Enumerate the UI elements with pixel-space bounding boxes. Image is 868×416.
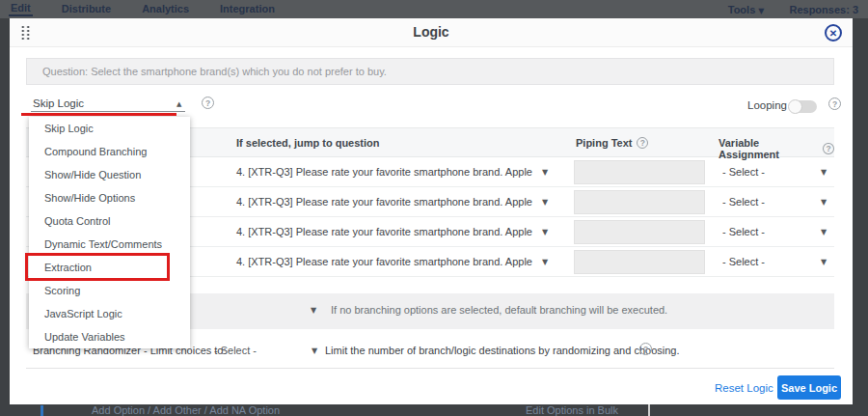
piping-text-input[interactable]: [574, 190, 705, 214]
responses-count[interactable]: Responses: 3: [789, 4, 858, 15]
piping-text-input[interactable]: [574, 250, 705, 274]
piping-text-input[interactable]: [574, 160, 705, 184]
chevron-up-icon: ▲: [176, 100, 181, 108]
toggle-knob: [788, 99, 802, 114]
top-menubar: Edit Distribute Analytics Integration To…: [0, 0, 868, 18]
menu-item-update-variables[interactable]: Update Variables: [29, 325, 190, 348]
column-header-jump: If selected, jump to question: [236, 137, 380, 149]
question-banner: Question: Select the smartphone brand(s)…: [26, 58, 834, 85]
app-root: Edit Distribute Analytics Integration To…: [0, 0, 868, 416]
section-divider: [26, 368, 834, 369]
jump-to-question-dropdown[interactable]: 4. [XTR-Q3] Please rate your favorite sm…: [236, 256, 532, 267]
chevron-down-icon: ▼: [542, 228, 548, 236]
looping-toggle[interactable]: [789, 100, 817, 113]
variable-assignment-select[interactable]: - Select -: [722, 166, 765, 178]
menu-item-show-hide-question[interactable]: Show/Hide Question: [29, 163, 190, 186]
variable-help-icon[interactable]: ?: [823, 143, 834, 154]
menu-item-extraction[interactable]: Extraction: [29, 256, 190, 279]
tab-analytics[interactable]: Analytics: [140, 3, 191, 15]
jump-to-question-dropdown[interactable]: 4. [XTR-Q3] Please rate your favorite sm…: [236, 196, 532, 208]
menu-item-javascript-logic[interactable]: JavaScript Logic: [29, 302, 190, 325]
jump-to-question-dropdown[interactable]: 4. [XTR-Q3] Please rate your favorite sm…: [236, 226, 532, 237]
chevron-down-icon: ▼: [542, 198, 548, 207]
looping-help-icon[interactable]: ?: [828, 97, 841, 110]
modal-title: Logic: [10, 24, 853, 40]
variable-assignment-select[interactable]: - Select -: [722, 226, 765, 237]
logic-type-underline: [31, 111, 185, 112]
randomizer-help-icon[interactable]: ?: [639, 343, 652, 355]
annotation-red-underline: [21, 113, 176, 116]
logic-type-dropdown[interactable]: Skip Logic: [33, 97, 84, 109]
tools-menu[interactable]: Tools ▼: [728, 4, 765, 15]
reset-logic-link[interactable]: Reset Logic: [715, 382, 773, 394]
background-divider: [648, 404, 650, 416]
default-branching-note: If no branching options are selected, de…: [331, 304, 667, 316]
chevron-down-icon: ▼: [821, 198, 827, 207]
tab-edit[interactable]: Edit: [9, 2, 33, 16]
column-header-piping: Piping Text ?: [576, 137, 648, 149]
menu-item-show-hide-options[interactable]: Show/Hide Options: [29, 186, 190, 209]
logic-type-menu: Skip Logic Compound Branching Show/Hide …: [29, 117, 190, 348]
chevron-down-icon: ▼: [542, 258, 548, 266]
menu-item-quota-control[interactable]: Quota Control: [29, 209, 190, 233]
menu-item-scoring[interactable]: Scoring: [29, 279, 190, 302]
menu-item-skip-logic[interactable]: Skip Logic: [29, 117, 190, 140]
menu-item-dynamic-text-comments[interactable]: Dynamic Text/Comments: [29, 233, 190, 256]
tab-distribute[interactable]: Distribute: [60, 3, 113, 15]
variable-assignment-select[interactable]: - Select -: [722, 256, 765, 267]
looping-label: Looping: [747, 99, 787, 111]
chevron-down-icon: ▼: [542, 168, 548, 177]
save-logic-button[interactable]: Save Logic: [777, 375, 841, 400]
chevron-down-icon: ▼: [312, 347, 317, 355]
modal-header: Logic ✕: [10, 18, 853, 47]
background-blue-bar: [41, 405, 43, 416]
piping-header-label: Piping Text: [576, 137, 632, 149]
randomizer-note: Limit the number of branch/logic destina…: [325, 345, 680, 356]
menu-item-compound-branching[interactable]: Compound Branching: [29, 140, 190, 163]
variable-assignment-select[interactable]: - Select -: [722, 196, 765, 208]
piping-text-input[interactable]: [574, 220, 705, 244]
chevron-down-icon[interactable]: ▼: [311, 306, 316, 315]
close-icon[interactable]: ✕: [825, 24, 842, 42]
add-option-link: Add Option / Add Other / Add NA Option: [92, 404, 280, 416]
logic-type-help-icon[interactable]: ?: [202, 97, 214, 109]
jump-to-question-dropdown[interactable]: 4. [XTR-Q3] Please rate your favorite sm…: [236, 166, 532, 178]
chevron-down-icon: ▼: [758, 7, 764, 15]
chevron-down-icon: ▼: [821, 168, 827, 177]
chevron-down-icon: ▼: [821, 228, 827, 236]
randomizer-select[interactable]: - Select -: [214, 345, 257, 356]
edit-options-in-bulk-link: Edit Options in Bulk: [526, 404, 618, 416]
topbar-right: Tools ▼ Responses: 3: [728, 4, 868, 15]
chevron-down-icon: ▼: [821, 258, 827, 266]
piping-help-icon[interactable]: ?: [637, 137, 648, 149]
tab-integration[interactable]: Integration: [218, 3, 277, 15]
